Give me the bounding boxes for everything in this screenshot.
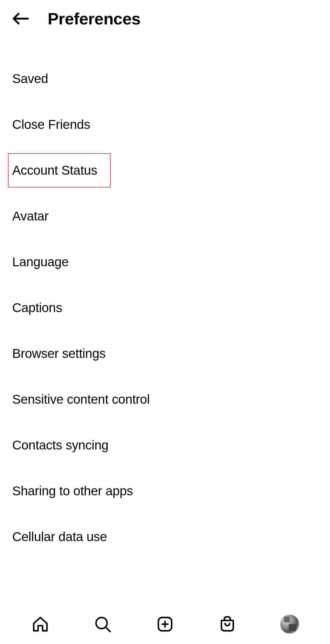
menu-item-account-status[interactable]: Account Status — [8, 153, 111, 187]
menu-item-close-friends[interactable]: Close Friends — [12, 107, 318, 142]
page-title: Preferences — [48, 9, 141, 28]
menu-item-sensitive-content-control[interactable]: Sensitive content control — [12, 382, 318, 417]
nav-create[interactable] — [155, 614, 175, 634]
menu-item-sharing-to-other-apps[interactable]: Sharing to other apps — [12, 474, 318, 508]
menu-item-browser-settings[interactable]: Browser settings — [12, 337, 318, 371]
nav-shop[interactable] — [218, 614, 237, 634]
back-button[interactable] — [12, 10, 29, 27]
search-icon — [94, 615, 112, 633]
menu-item-cellular-data-use[interactable]: Cellular data use — [12, 520, 318, 554]
header: Preferences — [0, 0, 330, 37]
arrow-left-icon — [12, 10, 29, 27]
svg-line-2 — [106, 627, 110, 632]
menu-item-saved[interactable]: Saved — [12, 62, 318, 96]
preferences-list: Saved Close Friends Account Status Avata… — [0, 37, 330, 554]
nav-profile[interactable] — [280, 614, 299, 634]
home-icon — [31, 615, 49, 633]
menu-item-captions[interactable]: Captions — [12, 291, 318, 325]
menu-item-language[interactable]: Language — [12, 245, 318, 279]
shopping-bag-icon — [218, 615, 236, 633]
menu-item-avatar[interactable]: Avatar — [12, 199, 318, 233]
nav-search[interactable] — [93, 614, 112, 634]
avatar — [280, 615, 299, 634]
menu-item-contacts-syncing[interactable]: Contacts syncing — [12, 428, 318, 462]
plus-square-icon — [156, 615, 174, 633]
bottom-navigation — [0, 604, 330, 644]
nav-home[interactable] — [31, 614, 50, 634]
